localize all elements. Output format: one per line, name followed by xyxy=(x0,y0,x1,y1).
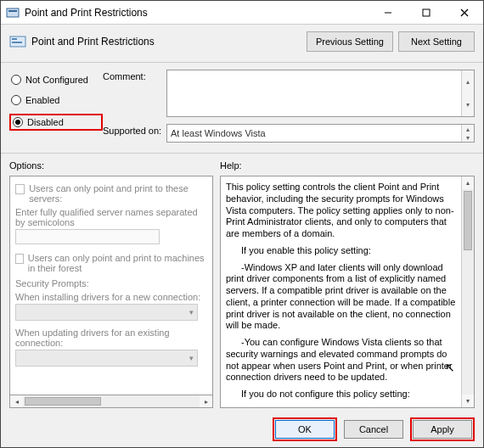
help-text: If you do not configure this policy sett… xyxy=(226,389,459,400)
options-column: Options: Users can only point and print … xyxy=(9,160,213,408)
close-button[interactable] xyxy=(445,1,483,25)
apply-button[interactable]: Apply xyxy=(413,420,472,439)
check-servers-label: Users can only point and print to these … xyxy=(29,183,207,204)
chevron-up-icon[interactable]: ▴ xyxy=(462,70,474,93)
radio-label: Enabled xyxy=(25,95,59,105)
radio-enabled[interactable]: Enabled xyxy=(9,93,103,107)
chevron-right-icon[interactable]: ▸ xyxy=(200,395,212,407)
scroll-thumb[interactable] xyxy=(464,191,472,250)
content-area: Options: Users can only point and print … xyxy=(1,154,483,412)
chevron-down-icon[interactable]: ▾ xyxy=(462,93,474,116)
svg-rect-0 xyxy=(7,8,19,17)
apply-highlight: Apply xyxy=(410,417,475,441)
cancel-button[interactable]: Cancel xyxy=(344,420,403,439)
policy-editor-window: Point and Print Restrictions Point and P… xyxy=(0,0,484,448)
checkbox-icon xyxy=(15,254,24,264)
titlebar: Point and Print Restrictions xyxy=(1,1,483,25)
radio-disabled[interactable]: Disabled xyxy=(9,114,103,131)
check-servers-row[interactable]: Users can only point and print to these … xyxy=(15,183,207,204)
ok-highlight: OK xyxy=(273,417,337,441)
comment-scroll[interactable]: ▴ ▾ xyxy=(461,70,474,116)
radio-icon xyxy=(11,95,21,105)
help-header: Help: xyxy=(220,160,475,171)
minimize-icon xyxy=(384,8,392,17)
ok-button[interactable]: OK xyxy=(275,420,335,439)
supported-scroll[interactable]: ▴ ▾ xyxy=(461,125,474,142)
install-drivers-select[interactable] xyxy=(15,304,198,321)
comment-textarea[interactable]: ▴ ▾ xyxy=(166,70,475,117)
next-setting-button[interactable]: Next Setting xyxy=(398,31,475,52)
supported-label: Supported on: xyxy=(103,124,166,143)
policy-icon xyxy=(6,6,20,20)
maximize-button[interactable] xyxy=(407,1,445,25)
install-drivers-label: When installing drivers for a new connec… xyxy=(15,292,207,302)
options-hscrollbar[interactable]: ◂ ▸ xyxy=(9,395,213,408)
help-text: If you enable this policy setting: xyxy=(226,245,459,257)
maximize-icon xyxy=(422,8,431,17)
comment-label: Comment: xyxy=(103,70,166,117)
svg-rect-3 xyxy=(423,9,430,16)
supported-on-field: At least Windows Vista ▴ ▾ xyxy=(166,124,475,143)
radio-icon xyxy=(11,75,21,85)
chevron-up-icon[interactable]: ▴ xyxy=(462,125,474,133)
svg-rect-1 xyxy=(8,10,17,12)
chevron-up-icon[interactable]: ▴ xyxy=(462,176,474,189)
help-text: -Windows XP and later clients will only … xyxy=(226,262,459,333)
update-drivers-select[interactable] xyxy=(15,350,198,367)
help-vscrollbar[interactable]: ▴ ▾ xyxy=(461,176,474,407)
minimize-button[interactable] xyxy=(369,1,407,25)
check-forest-label: Users can only point and print to machin… xyxy=(28,253,207,273)
policy-header-icon xyxy=(9,33,26,50)
options-header: Options: xyxy=(9,160,213,171)
chevron-down-icon[interactable]: ▾ xyxy=(462,133,474,142)
cursor-icon: ↖ xyxy=(445,361,455,376)
checkbox-icon xyxy=(15,184,25,194)
radio-not-configured[interactable]: Not Configured xyxy=(9,73,103,87)
servers-input[interactable] xyxy=(15,229,160,244)
help-text: This policy setting controls the client … xyxy=(226,182,459,240)
dialog-footer: OK Cancel Apply xyxy=(1,412,483,447)
window-title: Point and Print Restrictions xyxy=(25,7,369,19)
scroll-thumb[interactable] xyxy=(25,397,101,406)
svg-rect-8 xyxy=(12,42,22,43)
options-panel: Users can only point and print to these … xyxy=(9,176,213,395)
chevron-down-icon[interactable]: ▾ xyxy=(462,395,474,407)
close-icon xyxy=(460,8,469,17)
state-radio-group: Not Configured Enabled Disabled xyxy=(9,70,103,153)
chevron-left-icon[interactable]: ◂ xyxy=(10,395,23,407)
update-drivers-label: When updating drivers for an existing co… xyxy=(15,328,207,348)
servers-hint: Enter fully qualified server names separ… xyxy=(15,207,207,227)
svg-rect-7 xyxy=(12,38,17,40)
help-panel: This policy setting controls the client … xyxy=(220,176,475,408)
previous-setting-button[interactable]: Previous Setting xyxy=(307,31,393,52)
check-forest-row[interactable]: Users can only point and print to machin… xyxy=(15,253,207,273)
security-prompts-label: Security Prompts: xyxy=(15,278,207,288)
radio-icon xyxy=(13,117,23,127)
help-column: Help: This policy setting controls the c… xyxy=(220,160,475,408)
help-text: -Windows Vista client computers can poin… xyxy=(226,406,459,408)
policy-header: Point and Print Restrictions Previous Se… xyxy=(1,25,483,63)
radio-label: Disabled xyxy=(27,117,64,127)
help-text: -You can configure Windows Vista clients… xyxy=(226,337,459,384)
config-area: Not Configured Enabled Disabled Comment:… xyxy=(1,63,483,154)
fields-column: Comment: ▴ ▾ Supported on: At least Wind… xyxy=(103,70,475,153)
radio-label: Not Configured xyxy=(25,75,88,85)
policy-title: Point and Print Restrictions xyxy=(31,36,301,48)
supported-value: At least Windows Vista xyxy=(171,128,266,138)
